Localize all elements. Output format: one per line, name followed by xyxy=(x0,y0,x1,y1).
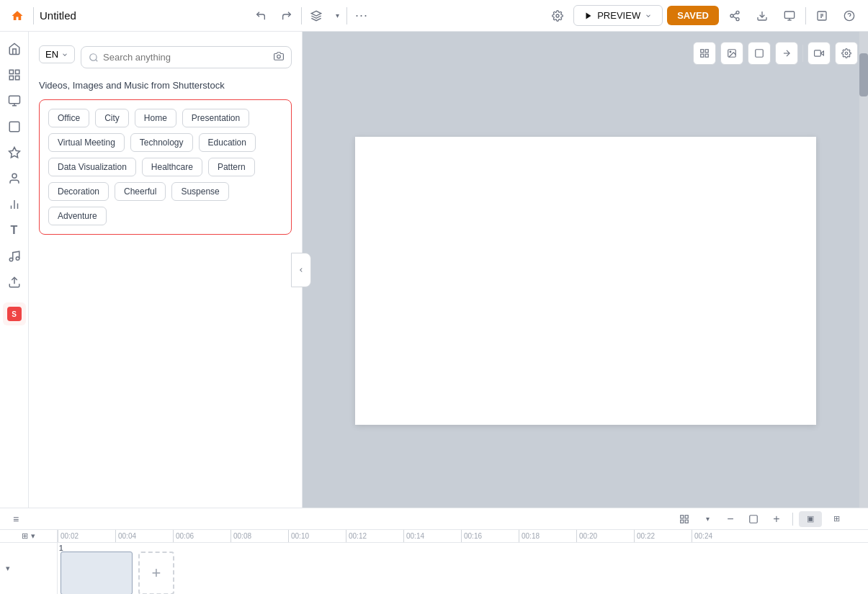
svg-rect-22 xyxy=(9,96,19,104)
tag-btn-office[interactable]: Office xyxy=(48,109,89,127)
help-button[interactable] xyxy=(838,4,861,27)
ruler-mark-0002: 00:02 xyxy=(58,530,115,542)
redo-button[interactable] xyxy=(275,4,298,27)
home-icon[interactable] xyxy=(7,6,27,26)
timeline-toolbar: ≡ ▾ − + ▣ ⊞ xyxy=(0,508,868,530)
tag-btn-home[interactable]: Home xyxy=(135,109,176,127)
canvas-rect-button[interactable] xyxy=(748,42,771,65)
canvas-frame[interactable] xyxy=(355,137,816,425)
svg-rect-21 xyxy=(9,76,13,80)
language-selector[interactable]: EN xyxy=(39,45,75,63)
canvas-divider-1 xyxy=(802,45,803,62)
svg-line-6 xyxy=(733,17,737,19)
nav-chart[interactable] xyxy=(3,193,26,216)
svg-rect-50 xyxy=(750,515,758,523)
nav-avatar[interactable] xyxy=(3,167,26,190)
svg-rect-19 xyxy=(15,70,19,73)
timeline-grid-button[interactable] xyxy=(674,510,694,528)
top-divider-4 xyxy=(805,7,806,24)
saved-button[interactable]: SAVED xyxy=(667,6,719,25)
svg-point-32 xyxy=(90,53,97,60)
nav-shapes[interactable] xyxy=(3,115,26,138)
nav-elements[interactable] xyxy=(3,141,26,164)
timeline-expand-button[interactable]: ⊞ ▾ xyxy=(22,531,35,541)
canvas-scrollbar[interactable] xyxy=(859,32,868,508)
svg-rect-41 xyxy=(756,50,764,58)
tag-btn-presentation[interactable]: Presentation xyxy=(182,109,249,127)
more-options-button[interactable]: ··· xyxy=(350,4,373,27)
preview-button[interactable]: PREVIEW xyxy=(573,5,663,26)
canvas-settings-button[interactable] xyxy=(835,42,858,65)
svg-point-40 xyxy=(730,51,731,53)
tag-btn-data-visualization[interactable]: Data Visualization xyxy=(48,158,136,176)
canvas-toolbar xyxy=(693,42,858,65)
slide-thumbnail-1[interactable] xyxy=(61,552,133,594)
tag-btn-cheerful[interactable]: Cheerful xyxy=(115,182,166,201)
nav-brand[interactable]: S xyxy=(3,302,26,325)
tag-btn-education[interactable]: Education xyxy=(199,133,256,152)
timeline-menu-button[interactable]: ≡ xyxy=(6,510,26,528)
nav-grid[interactable] xyxy=(3,63,26,86)
tags-container: OfficeCityHomePresentationVirtual Meetin… xyxy=(39,99,292,235)
nav-home[interactable] xyxy=(3,37,26,60)
tag-btn-city[interactable]: City xyxy=(95,109,129,127)
search-bar[interactable] xyxy=(81,46,292,68)
sidebar-content: Videos, Images and Music from Shuttersto… xyxy=(29,80,302,508)
settings-button[interactable] xyxy=(546,4,569,27)
download-button[interactable] xyxy=(751,4,774,27)
canvas-area xyxy=(303,32,868,508)
canvas-video-button[interactable] xyxy=(807,42,831,65)
timeline-minus-button[interactable]: − xyxy=(720,510,741,528)
timeline-zoom-button[interactable] xyxy=(743,510,764,528)
top-divider-2 xyxy=(301,7,302,24)
add-slide-button[interactable]: + xyxy=(138,552,174,594)
nav-layers[interactable] xyxy=(3,89,26,112)
icon-nav: T S xyxy=(0,32,29,508)
share-button[interactable] xyxy=(723,4,746,27)
search-input[interactable] xyxy=(103,52,269,63)
section-title: Videos, Images and Music from Shuttersto… xyxy=(39,80,292,91)
timeline-corner: ⊞ ▾ xyxy=(0,530,57,543)
svg-rect-37 xyxy=(705,54,708,57)
timeline-grid-chevron[interactable]: ▾ xyxy=(697,510,717,528)
tag-btn-adventure[interactable]: Adventure xyxy=(48,207,107,225)
layers-chevron-button[interactable]: ▾ xyxy=(331,4,344,27)
canvas-grid-button[interactable] xyxy=(693,42,716,65)
ruler-mark-0004: 00:04 xyxy=(115,530,173,542)
tag-btn-pattern[interactable]: Pattern xyxy=(208,158,255,176)
svg-rect-47 xyxy=(685,515,688,518)
svg-rect-20 xyxy=(15,76,19,80)
present-button[interactable] xyxy=(778,4,801,27)
nav-text[interactable]: T xyxy=(3,219,26,242)
timeline-video-btn[interactable]: ▣ xyxy=(799,511,822,527)
top-bar-center: ▾ ··· xyxy=(82,4,540,27)
timeline-ruler: 00:0200:0400:0600:0800:1000:1200:1400:16… xyxy=(58,530,868,543)
svg-rect-44 xyxy=(815,50,821,56)
nav-upload[interactable] xyxy=(3,271,26,294)
svg-point-45 xyxy=(845,52,848,55)
ruler-mark-0006: 00:06 xyxy=(173,530,231,542)
tag-btn-virtual-meeting[interactable]: Virtual Meeting xyxy=(48,133,125,152)
tag-btn-technology[interactable]: Technology xyxy=(130,133,193,152)
ruler-mark-0018: 00:18 xyxy=(519,530,576,542)
tag-btn-decoration[interactable]: Decoration xyxy=(48,182,109,201)
lang-label: EN xyxy=(45,49,58,60)
brand-badge: S xyxy=(7,307,22,321)
tag-btn-suspense[interactable]: Suspense xyxy=(171,182,228,201)
nav-music[interactable] xyxy=(3,245,26,268)
doc-button[interactable] xyxy=(810,4,833,27)
canvas-image-button[interactable] xyxy=(720,42,743,65)
timeline-list-btn[interactable]: ⊞ xyxy=(825,511,848,527)
sidebar-panel: EN Videos, Images and Music from Shutter… xyxy=(29,32,303,508)
timeline-plus-button[interactable]: + xyxy=(766,510,787,528)
svg-rect-38 xyxy=(701,54,704,57)
undo-button[interactable] xyxy=(249,4,272,27)
svg-rect-35 xyxy=(701,50,704,53)
tag-btn-healthcare[interactable]: Healthcare xyxy=(142,158,202,176)
canvas-arrow-button[interactable] xyxy=(775,42,798,65)
camera-icon[interactable] xyxy=(274,51,284,63)
layers-button[interactable] xyxy=(305,4,328,27)
collapse-sidebar-button[interactable] xyxy=(291,253,311,287)
svg-rect-46 xyxy=(681,515,684,518)
document-title: Untitled xyxy=(40,9,76,22)
